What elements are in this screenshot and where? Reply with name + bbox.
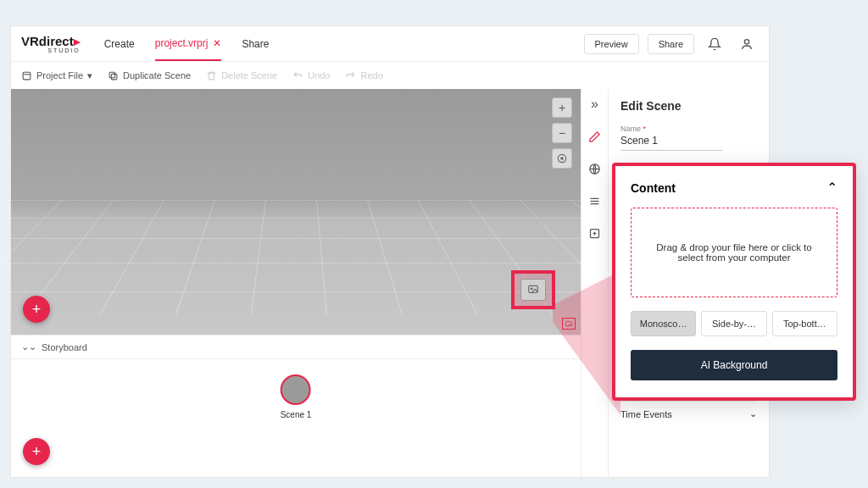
topbar: VRdirect▸ STUDIO Create project.vrprj ✕ …	[11, 26, 769, 62]
zoom-out-button[interactable]: −	[552, 123, 572, 143]
logo-subtitle: STUDIO	[21, 47, 81, 53]
scene-circle	[281, 374, 311, 405]
seg-monoscopic[interactable]: Monosco…	[631, 311, 696, 336]
undo-label: Undo	[308, 70, 330, 80]
add-scene-fab[interactable]: +	[23, 438, 50, 465]
projection-segmented: Monosco… Side-by-… Top-bott…	[631, 311, 837, 336]
image-placeholder-callout[interactable]	[511, 270, 555, 309]
redo-label: Redo	[360, 70, 382, 80]
name-field-label: Name *	[620, 125, 757, 133]
svg-point-0	[744, 39, 748, 43]
viewport-controls: + −	[552, 97, 572, 169]
content-header[interactable]: Content ⌃	[631, 180, 837, 196]
collapse-rail-icon[interactable]: »	[587, 96, 604, 113]
chevron-down-icon: ⌄	[749, 408, 757, 419]
svg-point-8	[531, 288, 532, 290]
tab-create[interactable]: Create	[104, 26, 135, 61]
bell-icon[interactable]	[703, 32, 726, 56]
undo-button: Undo	[292, 70, 330, 81]
time-events-label: Time Events	[620, 409, 672, 419]
reset-view-button[interactable]	[552, 148, 572, 169]
name-field[interactable]: Scene 1	[620, 133, 722, 151]
redo-button: Redo	[345, 70, 382, 81]
chevron-down-icon: ▾	[87, 70, 92, 81]
mini-image-icon[interactable]	[562, 318, 576, 330]
tab-share[interactable]: Share	[242, 26, 269, 61]
chevron-up-icon: ⌃	[826, 180, 837, 196]
svg-point-6	[561, 158, 563, 159]
globe-icon[interactable]	[587, 160, 604, 177]
svg-rect-4	[109, 72, 115, 78]
topbar-right: Preview Share	[584, 32, 759, 56]
time-events-accordion[interactable]: Time Events ⌄	[620, 401, 757, 426]
logo-text: VRdirect▸	[21, 35, 81, 47]
svg-rect-3	[111, 74, 117, 80]
tab-share-label: Share	[242, 38, 269, 50]
project-file-menu[interactable]: Project File ▾	[21, 70, 92, 81]
add-object-fab[interactable]: +	[23, 296, 50, 323]
logo: VRdirect▸ STUDIO	[21, 35, 81, 53]
scene-label: Scene 1	[281, 410, 312, 419]
duplicate-scene-button[interactable]: Duplicate Scene	[108, 70, 191, 81]
ai-background-button[interactable]: AI Background	[631, 350, 837, 380]
tab-project[interactable]: project.vrprj ✕	[155, 26, 222, 61]
top-tabs: Create project.vrprj ✕ Share	[104, 26, 270, 61]
viewport[interactable]: + − +	[11, 89, 581, 335]
toolbar: Project File ▾ Duplicate Scene Delete Sc…	[11, 62, 769, 89]
edit-icon[interactable]	[587, 128, 604, 145]
logo-accent-icon: ▸	[74, 34, 81, 48]
duplicate-label: Duplicate Scene	[123, 70, 191, 80]
logo-pre: VR	[21, 34, 39, 48]
image-icon	[520, 279, 546, 301]
zoom-in-button[interactable]: +	[552, 97, 572, 118]
content-popup: Content ⌃ Drag & drop your file here or …	[612, 163, 856, 401]
delete-scene-button: Delete Scene	[206, 70, 277, 81]
project-file-label: Project File	[36, 70, 83, 80]
file-dropzone[interactable]: Drag & drop your file here or click to s…	[631, 208, 837, 297]
seg-side-by-side[interactable]: Side-by-…	[701, 311, 766, 336]
tab-project-label: project.vrprj	[155, 37, 209, 49]
logo-post: direct	[39, 34, 74, 48]
content-title: Content	[631, 181, 676, 195]
svg-rect-1	[23, 72, 31, 80]
dropzone-text: Drag & drop your file here or click to s…	[648, 242, 820, 263]
storyboard-label: Storyboard	[42, 342, 87, 352]
preview-button[interactable]: Preview	[584, 34, 639, 54]
storyboard-toggle[interactable]: ⌄⌄ Storyboard	[11, 335, 581, 358]
storyboard: Scene 1 +	[11, 358, 581, 477]
user-icon[interactable]	[735, 32, 759, 56]
close-icon[interactable]: ✕	[213, 37, 221, 49]
panel-title: Edit Scene	[620, 99, 757, 113]
seg-top-bottom[interactable]: Top-bott…	[772, 311, 837, 336]
scene-thumbnail[interactable]: Scene 1	[281, 374, 312, 419]
share-button[interactable]: Share	[648, 34, 694, 54]
chevron-double-down-icon: ⌄⌄	[21, 341, 36, 352]
delete-label: Delete Scene	[221, 70, 277, 80]
canvas-column: + − + ⌄⌄ Storyboard	[11, 89, 581, 477]
tab-create-label: Create	[104, 38, 135, 50]
